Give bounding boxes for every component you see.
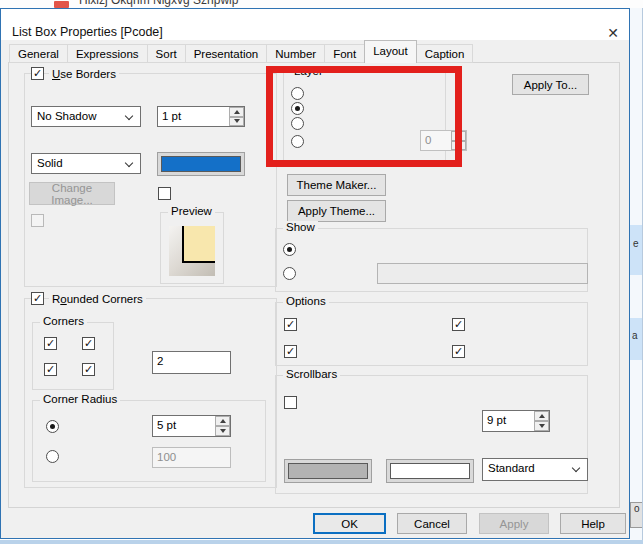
show-label: Show <box>283 221 318 233</box>
corner-bottom-right-checkbox[interactable]: ✓ <box>82 363 95 376</box>
scroll-style-value: Standard <box>488 462 535 474</box>
chevron-down-icon <box>125 159 133 167</box>
corners-label: Corners <box>40 315 87 327</box>
checkmark-icon: ✓ <box>83 338 94 349</box>
tab-sort[interactable]: Sort <box>148 44 186 63</box>
background-window-right: e a o <box>630 8 643 540</box>
apply-theme-button[interactable]: Apply Theme... <box>287 200 386 222</box>
corner-bottom-left-checkbox[interactable]: ✓ <box>44 363 57 376</box>
checkmark-icon: ✓ <box>285 346 296 357</box>
options-label: Options <box>283 295 329 307</box>
squareness-input[interactable]: 2 <box>152 351 231 374</box>
spinner-up-icon[interactable] <box>215 416 230 426</box>
background-window-top: Hixizj Okqnm Nigxvg Sznpwlp <box>0 0 643 8</box>
scrollbars-label: Scrollbars <box>283 368 340 380</box>
background-highlight-band <box>630 225 643 275</box>
help-button[interactable]: Help <box>560 513 626 534</box>
checkmark-icon: ✓ <box>45 338 56 349</box>
screen: Hixizj Okqnm Nigxvg Sznpwlp e a o List B… <box>0 0 643 544</box>
conditional-expression-input[interactable] <box>377 263 588 284</box>
spinner-up-icon[interactable] <box>229 107 244 117</box>
checkmark-icon: ✓ <box>32 68 43 79</box>
layer-custom-radio[interactable] <box>291 135 304 148</box>
allow-move-size-checkbox[interactable]: ✓ <box>284 318 297 331</box>
shadow-intensity-select[interactable]: No Shadow <box>31 106 141 127</box>
apply-to-button[interactable]: Apply To... <box>512 74 589 95</box>
border-color-fill <box>161 156 241 172</box>
cancel-button[interactable]: Cancel <box>397 513 467 534</box>
spinner-down-icon[interactable] <box>229 117 244 127</box>
theme-maker-button[interactable]: Theme Maker... <box>287 174 386 196</box>
preview-label: Preview <box>168 205 215 217</box>
checkmark-icon: ✓ <box>83 364 94 375</box>
shadow-intensity-value: No Shadow <box>37 110 96 122</box>
tab-layout[interactable]: Layout <box>364 40 417 63</box>
scroll-buttons-color-fill <box>288 463 368 479</box>
background-window-text: Hixizj Okqnm Nigxvg Sznpwlp <box>79 0 238 7</box>
dialog-title: List Box Properties [Pcode] <box>12 25 163 39</box>
border-style-value: Solid <box>37 157 63 169</box>
tab-font[interactable]: Font <box>325 44 365 63</box>
background-app-icon <box>54 1 69 8</box>
scrollbar-width-value: 9 pt <box>483 411 534 431</box>
corner-radius-label: Corner Radius <box>40 393 120 405</box>
border-width-spinner[interactable]: 1 pt <box>157 106 245 127</box>
allow-info-checkbox[interactable]: ✓ <box>452 318 465 331</box>
ok-button[interactable]: OK <box>313 513 386 534</box>
preview-image <box>169 226 215 276</box>
show-always-radio[interactable] <box>283 243 296 256</box>
preview-corner-swatch <box>182 226 215 263</box>
corner-top-right-checkbox[interactable]: ✓ <box>82 337 95 350</box>
corner-radius-group: Corner Radius <box>32 400 266 482</box>
tab-number[interactable]: Number <box>267 44 325 63</box>
background-button-fragment: o <box>630 502 643 528</box>
checkmark-icon: ✓ <box>32 293 43 304</box>
checkmark-icon: ✓ <box>285 319 296 330</box>
spinner-down-icon[interactable] <box>451 141 466 151</box>
border-color-swatch[interactable] <box>157 152 245 176</box>
tab-expressions[interactable]: Expressions <box>68 44 148 63</box>
layer-bottom-radio[interactable] <box>291 87 304 100</box>
show-conditional-radio[interactable] <box>283 267 296 280</box>
relative-radius-input[interactable]: 100 <box>152 447 231 468</box>
checkmark-icon: ✓ <box>453 319 464 330</box>
background-text-fragment: e <box>633 238 639 249</box>
rainbow-checkbox[interactable]: ✓ <box>158 187 171 200</box>
corners-group: Corners <box>32 322 114 390</box>
fixed-radius-value: 5 pt <box>153 416 215 436</box>
scroll-background-color-fill <box>390 463 470 479</box>
size-to-data-checkbox[interactable]: ✓ <box>452 345 465 358</box>
scrollbar-width-spinner[interactable]: 9 pt <box>482 410 550 432</box>
use-borders-checkbox[interactable]: ✓ <box>31 67 44 80</box>
spinner-down-icon[interactable] <box>534 421 549 431</box>
close-icon[interactable]: ✕ <box>601 22 625 44</box>
layer-custom-spinner[interactable]: 0 <box>420 130 467 151</box>
tab-general[interactable]: General <box>9 44 68 63</box>
fixed-radio[interactable] <box>46 420 59 433</box>
options-group: Options <box>275 302 588 366</box>
tab-caption[interactable]: Caption <box>417 44 474 63</box>
spinner-down-icon[interactable] <box>215 426 230 436</box>
rounded-corners-checkbox[interactable]: ✓ <box>31 292 44 305</box>
dialog-titlebar[interactable]: List Box Properties [Pcode] ✕ <box>1 9 629 40</box>
border-style-select[interactable]: Solid <box>31 153 141 174</box>
fixed-radius-spinner[interactable]: 5 pt <box>152 415 231 437</box>
spinner-up-icon[interactable] <box>534 411 549 421</box>
scroll-buttons-color-swatch[interactable] <box>284 459 372 483</box>
tab-strip: General Expressions Sort Presentation Nu… <box>9 41 473 63</box>
background-text-fragment: a <box>632 330 638 341</box>
corner-top-left-checkbox[interactable]: ✓ <box>44 337 57 350</box>
layer-normal-radio[interactable] <box>291 102 304 115</box>
layer-top-radio[interactable] <box>291 117 304 130</box>
scroll-background-color-swatch[interactable] <box>386 459 474 483</box>
tab-presentation[interactable]: Presentation <box>186 44 268 63</box>
allow-copy-clone-checkbox[interactable]: ✓ <box>284 345 297 358</box>
preserve-scroll-position-checkbox[interactable]: ✓ <box>284 396 297 409</box>
apply-button[interactable]: Apply <box>479 513 549 534</box>
relative-radio[interactable] <box>46 450 59 463</box>
scroll-style-select[interactable]: Standard <box>482 458 588 481</box>
stretch-image-checkbox[interactable]: ✓ <box>31 214 44 227</box>
change-image-button[interactable]: Change Image... <box>29 182 115 205</box>
layer-label: Layer <box>291 65 326 77</box>
spinner-up-icon[interactable] <box>451 131 466 141</box>
